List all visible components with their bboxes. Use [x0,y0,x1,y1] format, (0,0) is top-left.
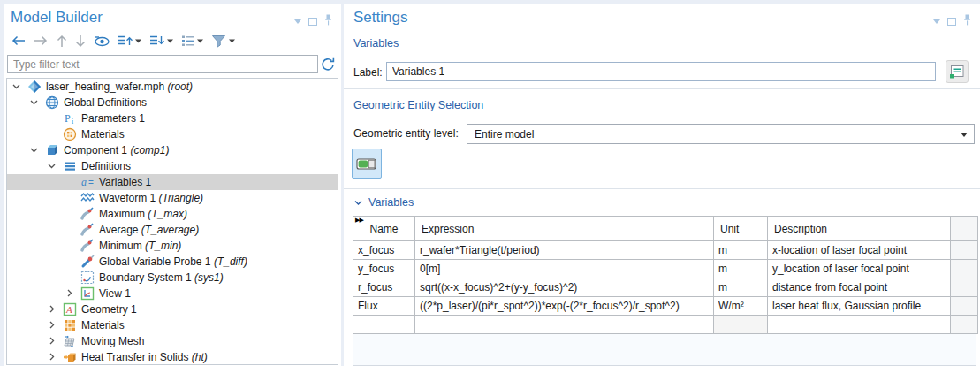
geometric-entity-level-select[interactable]: Entire model [467,124,975,144]
label-input[interactable] [386,62,936,81]
restore-icon[interactable] [947,18,956,26]
tree-item-definitions[interactable]: Definitions [7,158,338,174]
model-tree: laser_heating_wafer.mph (root) Global De… [6,78,338,365]
cell-name[interactable]: y_focus [353,260,415,278]
cell-unit: m [714,241,768,260]
tree-item-variables[interactable]: a= Variables 1 [7,174,338,190]
column-header-expression[interactable]: Expression [415,217,714,241]
geometric-entity-selection-header: Geometric Entity Selection [353,99,483,111]
show-eye-icon[interactable] [94,34,110,47]
cell-description[interactable]: x-location of laser focal point [768,241,951,260]
tree-item-materials-global[interactable]: Materials [7,126,338,142]
variables-section-header[interactable]: Variables [353,196,414,209]
tree-item-label: Waveform 1 [99,192,156,204]
comsol-model-icon [27,80,42,94]
model-builder-title: Model Builder [11,9,103,27]
tree-item-suffix: (root) [167,80,193,93]
panel-menu-icon[interactable] [933,19,940,24]
tree-item-average[interactable]: Average (T_average) [7,222,338,238]
materials-comp-icon [63,318,77,332]
cell-expression[interactable] [415,316,714,334]
cell-name[interactable]: x_focus [353,241,415,260]
tree-item-materials-component[interactable]: Materials [7,317,338,333]
settings-subtitle: Variables [353,37,399,50]
column-header-unit[interactable]: Unit [714,217,768,241]
cell-description[interactable] [768,316,951,334]
svg-text:P: P [65,112,71,125]
cell-unit: m [714,278,768,297]
model-tree-node-text-button[interactable] [181,34,203,47]
pin-icon[interactable] [963,14,971,28]
tree-item-minimum[interactable]: Minimum (T_min) [7,238,338,254]
tree-item-geometry[interactable]: A Geometry 1 [7,301,338,317]
chevron-collapsed-icon[interactable] [65,288,75,299]
tree-item-heat-transfer[interactable]: Heat Transfer in Solids (ht) [7,349,338,365]
chevron-collapsed-icon[interactable] [47,320,57,331]
cell-name[interactable]: r_focus [353,278,415,297]
pin-icon[interactable] [324,14,332,28]
chevron-collapsed-icon[interactable] [47,336,57,347]
boundary-system-icon [80,271,95,285]
filter-input[interactable] [7,55,318,73]
model-builder-toolbar [11,32,235,50]
cell-expression[interactable]: sqrt((x-x_focus)^2+(y-y_focus)^2) [415,278,714,297]
chevron-expanded-icon[interactable] [47,161,57,172]
column-header-name[interactable]: ▶▶Name [353,217,415,241]
tree-item-label: Global Definitions [64,96,147,109]
restore-icon[interactable] [308,18,317,26]
tree-item-label: Materials [81,319,125,332]
collapse-list-down-button[interactable] [149,34,173,47]
cell-expression[interactable]: r_wafer*Triangle(t/period) [415,241,714,260]
table-row-empty[interactable] [353,316,978,334]
tree-item-global-variable-probe[interactable]: Global Variable Probe 1 (T_diff) [7,254,338,270]
create-note-button[interactable] [946,60,969,83]
tree-item-root[interactable]: laser_heating_wafer.mph (root) [7,79,338,95]
cell-expression[interactable]: ((2*p_laser)/(pi*r_spot^2))*exp(-(2*r_fo… [415,297,714,316]
column-header-description[interactable]: Description [768,217,951,241]
expand-list-up-button[interactable] [118,34,141,47]
globe-icon [45,95,59,110]
back-arrow-icon[interactable] [11,35,26,46]
moving-mesh-icon [63,334,77,348]
cell-expression[interactable]: 0[m] [415,260,714,278]
move-down-arrow-icon[interactable] [75,34,86,48]
move-up-arrow-icon[interactable] [57,34,67,48]
table-row[interactable]: Flux ((2*p_laser)/(pi*r_spot^2))*exp(-(2… [353,297,978,316]
separator [344,88,980,89]
tree-item-parameters[interactable]: Pi Parameters 1 [7,111,338,126]
dropdown-caret-icon [229,39,235,43]
tree-item-waveform[interactable]: Waveform 1 (Triangle) [7,190,338,206]
refresh-icon[interactable] [320,57,336,72]
tree-item-moving-mesh[interactable]: Moving Mesh [7,333,338,349]
chevron-collapsed-icon[interactable] [47,304,57,315]
model-builder-window-controls [294,14,332,28]
chevron-collapsed-icon[interactable] [47,352,57,362]
tree-item-component[interactable]: Component 1 (comp1) [7,142,338,158]
cell-name[interactable]: Flux [353,297,415,316]
tree-item-label: laser_heating_wafer.mph [46,80,164,93]
separator [344,188,980,189]
chevron-expanded-icon[interactable] [29,97,40,108]
active-selection-toggle-button[interactable] [352,149,382,179]
cell-description[interactable]: laser heat flux, Gaussian profile [768,297,951,316]
tree-item-label: Maximum [99,208,145,220]
chevron-expanded-icon[interactable] [29,145,40,156]
cell-name[interactable] [353,316,415,334]
panel-menu-icon[interactable] [294,19,301,24]
table-row[interactable]: y_focus 0[m] m y_location of laser focal… [353,260,978,278]
tree-item-maximum[interactable]: Maximum (T_max) [7,206,338,222]
filter-funnel-button[interactable] [211,34,235,48]
table-row[interactable]: r_focus sqrt((x-x_focus)^2+(y-y_focus)^2… [353,278,978,297]
chevron-expanded-icon[interactable] [11,81,22,92]
sort-indicator-icon: ▶▶ [355,217,363,224]
tree-item-boundary-system[interactable]: Boundary System 1 (sys1) [7,270,338,286]
table-header-row: ▶▶Name Expression Unit Description [353,217,978,241]
cell-description[interactable]: distance from focal point [768,278,951,297]
table-row[interactable]: x_focus r_wafer*Triangle(t/period) m x-l… [353,241,978,260]
tree-item-global-definitions[interactable]: Global Definitions [7,95,338,111]
cell-description[interactable]: y_location of laser focal point [768,260,951,278]
forward-arrow-icon[interactable] [34,35,49,46]
cell-unit: m [714,260,768,278]
settings-title: Settings [353,9,407,27]
tree-item-view[interactable]: View 1 [7,286,338,301]
